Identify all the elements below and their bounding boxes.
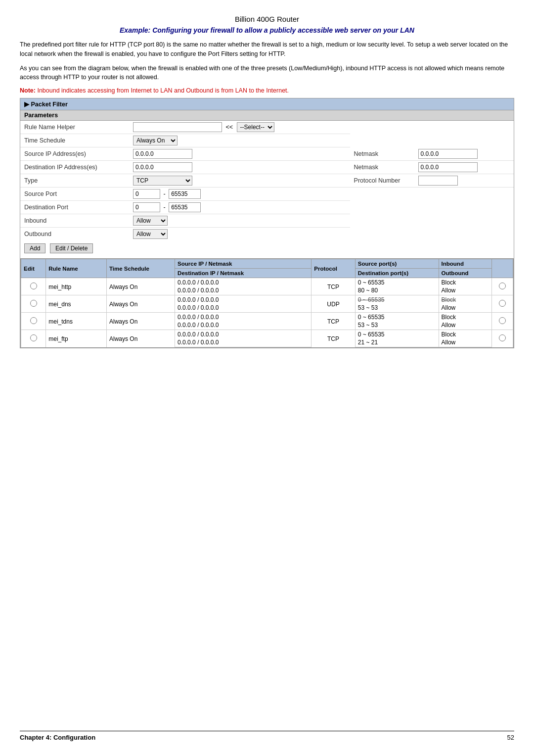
- time-schedule-cell: Always On: [129, 134, 350, 147]
- table-row: mei_http Always On 0.0.0.0 / 0.0.0.0 TCP…: [21, 278, 513, 287]
- th-source-ip: Source IP / Netmask: [175, 259, 312, 269]
- row1-delete-radio: [491, 278, 513, 295]
- row3-radio[interactable]: [30, 317, 37, 324]
- data-table-wrap: Edit Rule Name Time Schedule Source IP /…: [20, 258, 514, 348]
- packet-filter-header: Packet Filter: [20, 98, 514, 110]
- time-schedule-select[interactable]: Always On: [133, 136, 178, 145]
- th-outbound: Outbound: [439, 269, 491, 278]
- dest-port-cell: -: [129, 201, 350, 214]
- note-label: Note:: [20, 87, 36, 94]
- rule-name-helper-input[interactable]: [133, 122, 222, 132]
- protocol-number-label: Protocol Number: [350, 174, 414, 188]
- source-port-row: Source Port -: [20, 188, 514, 201]
- row2-inbound-strike: Block: [442, 296, 456, 303]
- row4-inbound: Block: [439, 330, 491, 339]
- row2-source-ports-strike: 0 ~ 65535: [358, 296, 385, 303]
- dest-ip-label: Destination IP Address(es): [20, 161, 129, 174]
- note-text: Note: Inbound indicates accessing from I…: [20, 87, 514, 94]
- row1-radio[interactable]: [30, 283, 37, 289]
- row4-delete-radio: [491, 330, 513, 347]
- row4-dest-ports: 21 ~ 21: [355, 338, 439, 347]
- table-row: mei_tdns Always On 0.0.0.0 / 0.0.0.0 TCP…: [21, 313, 513, 322]
- inbound-label: Inbound: [20, 214, 129, 228]
- inbound-row: Inbound Allow Block: [20, 214, 514, 228]
- edit-delete-button[interactable]: Edit / Delete: [50, 243, 93, 253]
- row3-dest-ports: 53 ~ 53: [355, 321, 439, 330]
- rule-name-helper-label: Rule Name Helper: [20, 121, 129, 134]
- row4-outbound: Allow: [439, 338, 491, 347]
- row1-source-ports: 0 ~ 65535: [355, 278, 439, 287]
- protocol-number-input[interactable]: [418, 176, 458, 186]
- row4-radio-cell: [21, 330, 46, 347]
- th-dest-ports: Destination port(s): [355, 269, 439, 278]
- time-schedule-label: Time Schedule: [20, 134, 129, 147]
- row3-rule-name: mei_tdns: [46, 313, 107, 330]
- footer-chapter: Chapter 4: Configuration: [20, 734, 95, 741]
- example-title: Example: Configuring your firewall to al…: [20, 26, 514, 34]
- footer-page: 52: [507, 734, 514, 741]
- dest-port-from-input[interactable]: [133, 202, 160, 212]
- rule-name-helper-input-cell: << --Select--: [129, 121, 350, 134]
- row3-radio-cell: [21, 313, 46, 330]
- data-table: Edit Rule Name Time Schedule Source IP /…: [21, 259, 513, 347]
- row3-source-ip: 0.0.0.0 / 0.0.0.0: [175, 313, 312, 322]
- row4-radio[interactable]: [30, 334, 37, 341]
- row1-inbound: Block: [439, 278, 491, 287]
- arrow-icon: <<: [225, 124, 233, 131]
- row2-rule-name: mei_dns: [46, 295, 107, 313]
- th-source-ports: Source port(s): [355, 259, 439, 269]
- row4-dest-ip: 0.0.0.0 / 0.0.0.0: [175, 338, 312, 347]
- row1-rule-name: mei_http: [46, 278, 107, 295]
- row4-protocol: TCP: [312, 330, 355, 347]
- source-port-from-input[interactable]: [133, 189, 160, 199]
- table-row: mei_dns Always On 0.0.0.0 / 0.0.0.0 UDP …: [21, 295, 513, 304]
- row1-outbound: Allow: [439, 286, 491, 295]
- table-row: mei_ftp Always On 0.0.0.0 / 0.0.0.0 TCP …: [21, 330, 513, 339]
- dest-port-to-input[interactable]: [169, 202, 201, 212]
- rule-name-helper-select[interactable]: --Select--: [237, 122, 274, 132]
- source-netmask-input[interactable]: [418, 149, 478, 159]
- row2-delete[interactable]: [499, 300, 506, 307]
- inbound-select[interactable]: Allow Block: [133, 216, 168, 226]
- th-dest-ip: Destination IP / Netmask: [175, 269, 312, 278]
- row2-dest-ip: 0.0.0.0 / 0.0.0.0: [175, 304, 312, 313]
- row3-time-schedule: Always On: [106, 313, 175, 330]
- row2-protocol: UDP: [312, 295, 355, 313]
- row2-radio-cell: [21, 295, 46, 313]
- row2-source-ip: 0.0.0.0 / 0.0.0.0: [175, 295, 312, 304]
- table-header-row: Edit Rule Name Time Schedule Source IP /…: [21, 259, 513, 269]
- row4-delete[interactable]: [499, 334, 506, 341]
- source-ip-label: Source IP Address(es): [20, 147, 129, 161]
- row1-time-schedule: Always On: [106, 278, 175, 295]
- row1-dest-ip: 0.0.0.0 / 0.0.0.0: [175, 286, 312, 295]
- type-select[interactable]: TCP: [133, 176, 192, 186]
- source-netmask-label: Netmask: [350, 147, 414, 161]
- source-ip-input[interactable]: [133, 149, 192, 159]
- outbound-cell: Allow Block: [129, 228, 350, 241]
- th-time-schedule: Time Schedule: [106, 259, 175, 278]
- row3-source-ports: 0 ~ 65535: [355, 313, 439, 322]
- body-paragraph2: As you can see from the diagram below, w…: [20, 64, 514, 83]
- button-row: Add Edit / Delete: [20, 240, 514, 256]
- add-button[interactable]: Add: [24, 243, 45, 253]
- row1-delete[interactable]: [499, 283, 506, 289]
- dest-netmask-cell: [414, 161, 514, 174]
- row2-radio[interactable]: [30, 300, 37, 307]
- source-port-to-input[interactable]: [169, 189, 201, 199]
- row1-dest-ports: 80 ~ 80: [355, 286, 439, 295]
- protocol-number-cell: [414, 174, 514, 188]
- dest-netmask-input[interactable]: [418, 162, 478, 172]
- outbound-label: Outbound: [20, 228, 129, 241]
- row3-delete[interactable]: [499, 317, 506, 324]
- form-table: Rule Name Helper << --Select-- Time Sche…: [20, 121, 514, 240]
- row4-rule-name: mei_ftp: [46, 330, 107, 347]
- row3-outbound: Allow: [439, 321, 491, 330]
- rule-name-helper-row: Rule Name Helper << --Select--: [20, 121, 514, 134]
- row4-source-ports: 0 ~ 65535: [355, 330, 439, 339]
- dest-ip-input[interactable]: [133, 162, 192, 172]
- row3-inbound: Block: [439, 313, 491, 322]
- row2-source-ports: 0 ~ 65535: [355, 295, 439, 304]
- source-port-dash: -: [163, 190, 165, 197]
- row1-protocol: TCP: [312, 278, 355, 295]
- outbound-select[interactable]: Allow Block: [133, 229, 168, 239]
